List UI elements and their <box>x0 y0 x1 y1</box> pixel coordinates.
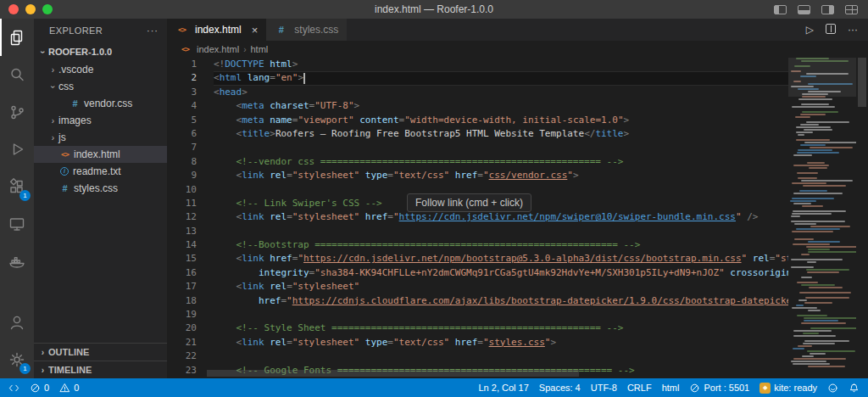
code-line[interactable]: <head> <box>214 86 788 99</box>
code-token: rel <box>753 253 770 264</box>
status-bar-right: Ln 2, Col 17Spaces: 4UTF-8CRLFhtmlPort :… <box>473 378 868 397</box>
code-token: meta <box>242 100 264 111</box>
minimap-token <box>807 350 855 352</box>
code-content[interactable]: <!DOCTYPE html><html lang="en"><head> <m… <box>207 58 788 378</box>
status-encoding[interactable]: UTF-8 <box>586 378 622 397</box>
horizontal-scrollbar[interactable] <box>207 370 788 377</box>
minimap-token <box>801 277 812 278</box>
status-warnings[interactable]: 0 <box>54 378 84 397</box>
minimap-line <box>788 149 856 151</box>
zoom-window-button[interactable] <box>42 4 53 14</box>
code-line[interactable] <box>214 141 788 154</box>
activity-remote-explorer[interactable] <box>0 205 34 243</box>
breadcrumb-item-index-html[interactable]: <>index.html <box>179 44 239 54</box>
status-feedback[interactable] <box>822 378 843 397</box>
status-notifications[interactable] <box>843 378 865 397</box>
minimap-token <box>793 165 829 166</box>
activity-docker[interactable] <box>0 243 34 280</box>
minimap-line <box>788 277 856 278</box>
minimize-window-button[interactable] <box>25 4 36 14</box>
code-token: " <box>483 337 489 348</box>
vertical-scrollbar-thumb[interactable] <box>858 58 866 107</box>
line-number: 11 <box>167 197 197 210</box>
minimap-token <box>807 271 839 273</box>
code-line[interactable]: integrity="sha384-KK94CHFLLe+nY2dmCWGMq9… <box>214 266 788 280</box>
activity-run-debug[interactable] <box>0 131 34 168</box>
tree-item-index-html[interactable]: <>index.html <box>34 146 167 163</box>
code-line[interactable]: <link rel="stylesheet" href="https://cdn… <box>214 210 788 224</box>
minimap-line <box>788 261 856 263</box>
minimap-token <box>808 249 830 250</box>
tree-item-vendor-css[interactable]: #vendor.css <box>34 95 167 112</box>
minimap[interactable] <box>788 58 856 368</box>
activity-account[interactable] <box>0 304 34 341</box>
status-eol[interactable]: CRLF <box>622 378 657 397</box>
code-line[interactable] <box>214 225 788 238</box>
activity-settings[interactable]: 1 <box>0 341 34 378</box>
vertical-scrollbar[interactable] <box>856 58 868 368</box>
toggle-primary-sidebar-icon[interactable] <box>774 5 787 14</box>
activity-extensions[interactable]: 1 <box>0 168 34 205</box>
close-window-button[interactable] <box>8 4 19 14</box>
tree-item-readme-txt[interactable]: ireadme.txt <box>34 163 167 180</box>
code-line[interactable]: <!--Bootstrap ==========================… <box>214 238 788 252</box>
code-token: " <box>393 211 399 222</box>
horizontal-scrollbar-thumb[interactable] <box>207 370 579 377</box>
code-line[interactable]: <link rel="stylesheet" type="text/css" h… <box>214 169 788 182</box>
status-indentation[interactable]: Spaces: 4 <box>534 378 586 397</box>
section-outline[interactable]: ›OUTLINE <box>34 343 167 361</box>
status-kite-status[interactable]: ◆kite: ready <box>754 378 822 397</box>
minimap-viewport[interactable] <box>788 58 856 97</box>
breadcrumb-label: index.html <box>197 44 239 54</box>
tree-item-css[interactable]: ›css <box>34 78 167 95</box>
code-line[interactable]: <!--vendor css =========================… <box>214 155 788 169</box>
code-line[interactable]: <html lang="en"> <box>214 71 788 85</box>
code-line[interactable]: <link rel="stylesheet" type="text/css" h… <box>214 336 788 349</box>
minimap-token <box>801 103 829 105</box>
status-cursor-position[interactable]: Ln 2, Col 17 <box>473 378 533 397</box>
tab-index-html[interactable]: <>index.html× <box>167 19 266 41</box>
minimap-line <box>788 241 856 243</box>
minimap-line <box>788 312 856 314</box>
toggle-secondary-sidebar-icon[interactable] <box>821 5 834 14</box>
minimap-token <box>792 106 835 108</box>
activity-search[interactable] <box>0 56 34 93</box>
code-token: " <box>567 170 573 181</box>
tree-item-images[interactable]: ›images <box>34 112 167 129</box>
tree-item-roofer-1-0-0[interactable]: ›ROOFER-1.0.0 <box>34 42 167 61</box>
code-line[interactable]: <!DOCTYPE html> <box>214 58 788 71</box>
code-line[interactable]: <!-- Style Sheet =======================… <box>214 322 788 335</box>
section-timeline[interactable]: ›TIMELINE <box>34 361 167 378</box>
tree-item-styles-css[interactable]: #styles.css <box>34 180 167 197</box>
breadcrumb-item-html[interactable]: html <box>250 44 268 54</box>
tree-item-js[interactable]: ›js <box>34 129 167 146</box>
tree-item-vscode[interactable]: ›.vscode <box>34 61 167 78</box>
code-line[interactable] <box>214 308 788 322</box>
code-line[interactable]: <meta charset="UTF-8"> <box>214 99 788 113</box>
status-remote-indicator[interactable] <box>3 378 25 397</box>
tab-styles-css[interactable]: #styles.css <box>266 19 347 41</box>
explorer-more-actions-icon[interactable]: ··· <box>147 25 159 36</box>
code-token: = <box>287 337 292 348</box>
toggle-panel-icon[interactable] <box>798 5 810 14</box>
code-line[interactable]: <link rel="stylesheet" <box>214 280 788 294</box>
code-line[interactable]: href="https://cdnjs.cloudflare.com/ajax/… <box>214 294 788 308</box>
code-line[interactable]: <meta name="viewport" content="width=dev… <box>214 114 788 127</box>
status-language-mode[interactable]: html <box>657 378 685 397</box>
activity-explorer[interactable] <box>0 19 34 56</box>
minimap-line <box>788 165 856 166</box>
code-line[interactable]: <title>Roofers – Roofing Free Bootstrap5… <box>214 127 788 141</box>
status-label: html <box>662 383 680 393</box>
indent-spacer <box>58 99 69 109</box>
activity-source-control[interactable] <box>0 93 34 131</box>
more-actions-button[interactable]: ··· <box>848 25 858 35</box>
minimap-token <box>804 129 832 131</box>
close-tab-icon[interactable]: × <box>252 24 259 36</box>
run-button[interactable]: ▷ <box>806 25 814 35</box>
status-live-server-port[interactable]: Port : 5501 <box>684 378 754 397</box>
status-errors[interactable]: 0 <box>25 378 54 397</box>
customize-layout-icon[interactable] <box>845 5 858 14</box>
code-line[interactable] <box>214 349 788 363</box>
code-line[interactable]: <link href="https://cdn.jsdelivr.net/npm… <box>214 252 788 266</box>
split-editor-button[interactable] <box>826 24 836 36</box>
